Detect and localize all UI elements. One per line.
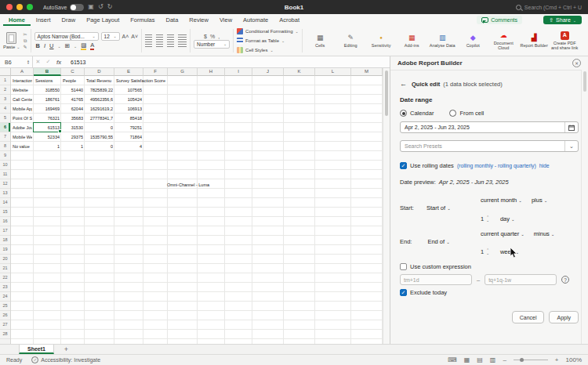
cell-D7[interactable]: 1535790,55 — [86, 132, 113, 142]
cell-E2[interactable]: 107565 — [116, 85, 142, 95]
cell-D4[interactable]: 16291619,2 — [86, 104, 113, 114]
select-all-corner[interactable] — [0, 68, 11, 76]
cell-A6[interactable]: Adobe Journe — [13, 123, 32, 132]
grow-font-icon[interactable]: A˄ — [122, 34, 129, 39]
align-bottom-icon[interactable] — [167, 34, 174, 40]
search-presets-input[interactable]: Search Presets ⌄ — [400, 140, 579, 152]
underline-button[interactable]: U — [49, 42, 53, 49]
number-format-select[interactable]: Number ⌄ — [194, 40, 230, 49]
stepper-arrows-icon[interactable]: ⌃⌄ — [486, 216, 489, 222]
cell-A1[interactable]: Interaction C — [13, 76, 32, 85]
cell-E1[interactable]: Survey Satisfaction Score — [116, 76, 165, 85]
start-unit-dropdown[interactable]: current month⌄ — [481, 197, 522, 204]
row-header-8[interactable]: 8 — [0, 142, 10, 151]
end-of-dropdown[interactable]: End of⌄ — [427, 238, 449, 245]
zoom-in-icon[interactable]: + — [555, 356, 559, 363]
stepper-arrows-icon[interactable]: ⌃⌄ — [486, 249, 489, 255]
exclude-today-checkbox[interactable]: ✓ — [400, 289, 407, 296]
align-top-icon[interactable] — [145, 34, 152, 40]
column-header-H[interactable]: H — [198, 68, 225, 76]
ribbon-tab-acrobat[interactable]: Acrobat — [274, 15, 305, 26]
row-header-18[interactable]: 18 — [0, 236, 10, 245]
merge-center-icon[interactable] — [178, 42, 187, 47]
column-header-K[interactable]: K — [284, 68, 315, 76]
ribbon-tab-automate[interactable]: Automate — [238, 15, 274, 26]
column-header-C[interactable]: C — [61, 68, 85, 76]
row-header-12[interactable]: 12 — [0, 179, 10, 189]
zoom-slider-knob[interactable] — [520, 358, 524, 362]
custom-start-expression-input[interactable]: tm+1d — [400, 274, 472, 285]
cell-C1[interactable]: People — [63, 76, 83, 85]
column-header-L[interactable]: L — [315, 68, 351, 76]
cell-A5[interactable]: Point Of Sale — [13, 114, 32, 123]
column-header-J[interactable]: J — [252, 68, 284, 76]
cancel-button[interactable]: Cancel — [512, 311, 545, 323]
column-header-E[interactable]: E — [114, 68, 143, 76]
column-header-A[interactable]: A — [11, 68, 34, 76]
cell-B1[interactable]: Sessions — [35, 76, 60, 85]
cell-D3[interactable]: 49562356,6 — [86, 95, 113, 104]
cell-E4[interactable]: 106913 — [116, 104, 142, 114]
zoom-slider[interactable] — [514, 360, 548, 360]
redo-icon[interactable]: ↻ — [107, 0, 113, 14]
scrollbar-thumb[interactable] — [583, 71, 586, 92]
cancel-entry-icon[interactable]: ✕ — [33, 59, 43, 65]
cell-C3[interactable]: 41765 — [63, 95, 83, 104]
editing-button[interactable]: ✎Editing — [336, 34, 365, 48]
document-cloud-button[interactable]: ☁Document Cloud — [489, 31, 518, 51]
row-header-9[interactable]: 9 — [0, 151, 10, 161]
name-box-stepper-icon[interactable]: ▲▼ — [27, 60, 30, 65]
cells-button[interactable]: ▦Cells — [306, 34, 335, 48]
share-button[interactable]: ⇧ Share ⌄ — [543, 16, 582, 24]
fill-handle[interactable] — [58, 129, 62, 133]
bold-button[interactable]: B — [36, 42, 40, 49]
row-header-15[interactable]: 15 — [0, 208, 10, 217]
start-of-dropdown[interactable]: Start of⌄ — [426, 204, 451, 211]
close-pane-icon[interactable]: ✕ — [572, 59, 581, 67]
cell-C8[interactable]: 1 — [63, 142, 83, 151]
end-granularity-dropdown[interactable]: week⌄ — [500, 248, 519, 255]
percent-format-icon[interactable]: % — [210, 34, 215, 39]
end-amount-stepper[interactable]: 1 ⌃⌄ — [481, 248, 489, 255]
cell-A3[interactable]: Call Center — [13, 95, 32, 104]
row-header-1[interactable]: 1 — [0, 76, 10, 85]
align-center-icon[interactable] — [156, 42, 163, 47]
cell-A8[interactable]: No value — [13, 142, 32, 151]
save-icon[interactable]: ▣ — [88, 0, 94, 14]
cell-E5[interactable]: 85418 — [116, 114, 142, 123]
zoom-window-button[interactable] — [27, 4, 33, 10]
row-header-6[interactable]: 6 — [0, 123, 10, 132]
styles-conditional-formatting[interactable]: Conditional Formatting⌄ — [237, 27, 299, 35]
sheet-tab-sheet1[interactable]: Sheet1 — [19, 345, 54, 354]
styles-cell-styles[interactable]: Cell Styles⌄ — [237, 46, 299, 54]
row-header-28[interactable]: 28 — [0, 330, 10, 339]
column-header-B[interactable]: B — [34, 68, 61, 76]
row-header-17[interactable]: 17 — [0, 226, 10, 236]
row-header-20[interactable]: 20 — [0, 255, 10, 264]
row-header-5[interactable]: 5 — [0, 114, 10, 123]
ribbon-tab-draw[interactable]: Draw — [56, 15, 82, 26]
cell-B3[interactable]: 186761 — [35, 95, 60, 104]
cell-D5[interactable]: 27778341,7 — [86, 114, 113, 123]
cell-D8[interactable]: 0 — [86, 142, 113, 151]
ribbon-tab-data[interactable]: Data — [161, 15, 184, 26]
normal-view-icon[interactable]: ▦ — [464, 356, 470, 363]
ribbon-tab-home[interactable]: Home — [3, 15, 31, 26]
help-icon[interactable]: ? — [561, 276, 569, 284]
copilot-button[interactable]: ◆Copilot — [459, 34, 488, 48]
row-header-23[interactable]: 23 — [0, 283, 10, 292]
row-header-2[interactable]: 2 — [0, 85, 10, 95]
cell-D6[interactable]: 0 — [86, 123, 113, 132]
insert-function-icon[interactable]: fx — [53, 60, 64, 65]
borders-icon[interactable]: ⊞ — [65, 42, 70, 49]
cell-C4[interactable]: 62044 — [63, 104, 83, 114]
row-header-10[interactable]: 10 — [0, 161, 10, 170]
cell-E6[interactable]: 79251 — [116, 123, 142, 132]
copy-icon[interactable]: ⧉ — [24, 38, 27, 44]
add-sheet-icon[interactable]: + — [62, 345, 71, 354]
wrap-text-icon[interactable] — [178, 34, 187, 40]
italic-button[interactable]: I — [44, 42, 45, 49]
formula-input[interactable]: 61513 — [64, 60, 85, 65]
use-rolling-dates-checkbox[interactable]: ✓ — [400, 162, 407, 169]
cell-C5[interactable]: 35683 — [63, 114, 83, 123]
